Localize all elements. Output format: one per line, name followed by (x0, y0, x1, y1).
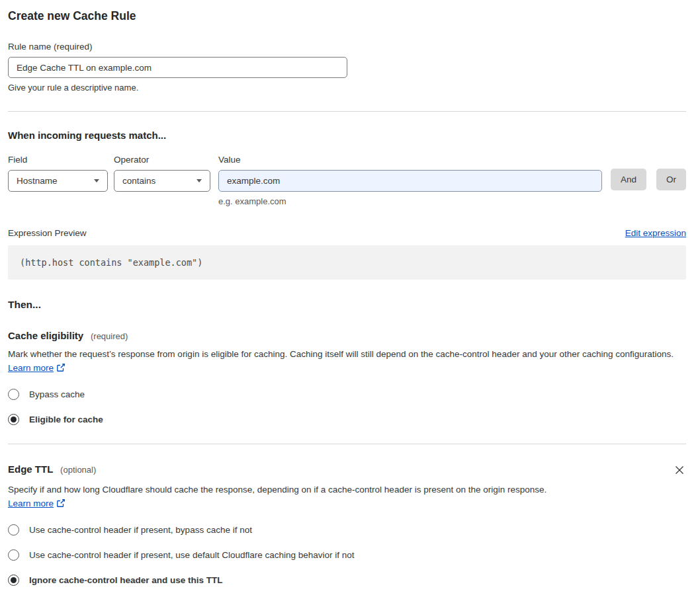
radio-icon[interactable] (8, 414, 19, 425)
edge-ttl-title-group: Edge TTL (optional) (8, 463, 96, 475)
expression-preview-row: Expression Preview Edit expression (8, 228, 686, 238)
chevron-down-icon (94, 179, 99, 182)
rule-name-label: Rule name (required) (8, 42, 686, 52)
radio-label: Use cache-control header if present, byp… (29, 525, 252, 535)
andor-buttons: And Or (611, 155, 686, 190)
learn-more-link[interactable]: Learn more (8, 363, 54, 373)
field-column: Field Hostname (8, 155, 108, 192)
radio-use-header-bypass[interactable]: Use cache-control header if present, byp… (8, 524, 252, 536)
radio-use-header-default[interactable]: Use cache-control header if present, use… (8, 549, 355, 561)
close-icon (674, 465, 685, 475)
operator-column: Operator contains (114, 155, 210, 192)
field-select[interactable]: Hostname (8, 170, 108, 192)
field-label: Field (8, 155, 108, 165)
then-heading: Then... (8, 299, 686, 311)
rule-name-helper: Give your rule a descriptive name. (8, 83, 686, 93)
create-cache-rule-form: Create new Cache Rule Rule name (require… (0, 0, 700, 599)
external-link-icon (56, 363, 66, 372)
edge-ttl-title: Edge TTL (8, 463, 53, 475)
edge-ttl-qualifier: (optional) (60, 465, 96, 475)
operator-select[interactable]: contains (114, 170, 210, 192)
value-helper: e.g. example.com (218, 196, 602, 206)
expression-preview-label: Expression Preview (8, 228, 87, 238)
close-edge-ttl-button[interactable] (673, 463, 686, 477)
or-button[interactable]: Or (656, 169, 686, 190)
edge-ttl-description: Specify if and how long Cloudflare shoul… (8, 483, 562, 510)
radio-ignore-header-use-ttl[interactable]: Ignore cache-control header and use this… (8, 575, 223, 586)
expression-code-box: (http.host contains "example.com") (8, 245, 686, 280)
rule-name-input[interactable] (8, 57, 347, 78)
section-divider (8, 444, 686, 444)
rule-name-group: Rule name (required) Give your rule a de… (8, 42, 686, 93)
radio-eligible-for-cache[interactable]: Eligible for cache (8, 414, 103, 425)
external-link-icon (56, 499, 66, 508)
cache-eligibility-qualifier: (required) (91, 331, 128, 341)
value-column: Value e.g. example.com (218, 155, 602, 206)
match-row: Field Hostname Operator contains Value e… (8, 155, 686, 206)
radio-label: Ignore cache-control header and use this… (29, 575, 223, 585)
radio-icon[interactable] (8, 524, 19, 536)
field-select-value: Hostname (17, 176, 58, 186)
radio-label: Use cache-control header if present, use… (29, 550, 355, 560)
match-section-heading: When incoming requests match... (8, 130, 686, 141)
edge-ttl-description-text: Specify if and how long Cloudflare shoul… (8, 485, 547, 495)
cache-eligibility-title: Cache eligibility (8, 330, 83, 341)
cache-eligibility-description: Mark whether the request’s response from… (8, 347, 678, 375)
value-label: Value (218, 155, 602, 165)
radio-bypass-cache[interactable]: Bypass cache (8, 389, 85, 400)
cache-eligibility-description-text: Mark whether the request’s response from… (8, 349, 674, 359)
section-divider (8, 111, 686, 112)
operator-label: Operator (114, 155, 210, 165)
cache-eligibility-title-group: Cache eligibility (required) (8, 330, 128, 341)
radio-label: Eligible for cache (29, 415, 103, 424)
page-title: Create new Cache Rule (8, 8, 686, 24)
chevron-down-icon (197, 179, 202, 182)
radio-icon[interactable] (8, 389, 19, 400)
value-input[interactable] (218, 170, 602, 192)
radio-icon[interactable] (8, 549, 19, 561)
learn-more-link[interactable]: Learn more (8, 499, 54, 508)
radio-icon[interactable] (8, 575, 19, 586)
cache-eligibility-header: Cache eligibility (required) (8, 330, 686, 341)
edge-ttl-header: Edge TTL (optional) (8, 463, 686, 477)
radio-label: Bypass cache (29, 389, 85, 399)
and-button[interactable]: And (611, 169, 646, 190)
edit-expression-link[interactable]: Edit expression (625, 228, 686, 238)
operator-select-value: contains (122, 176, 155, 186)
